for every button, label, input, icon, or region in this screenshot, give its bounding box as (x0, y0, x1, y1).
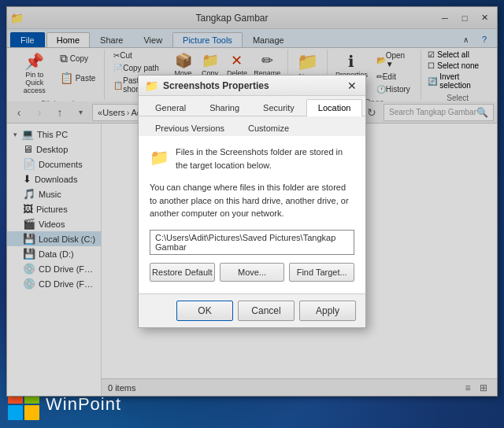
dialog-description1: 📁 Files in the Screenshots folder are st… (150, 146, 354, 172)
dialog-close-button[interactable]: ✕ (345, 79, 359, 93)
dialog-tab-security[interactable]: Security (251, 99, 306, 116)
dialog-title-icon: 📁 (145, 79, 158, 92)
dialog-tab-sharing[interactable]: Sharing (198, 99, 251, 116)
desc1-text: Files in the Screenshots folder are stor… (176, 146, 354, 172)
dialog-tabs-row2: Previous Versions Customize (139, 116, 365, 136)
dialog-tab-location[interactable]: Location (306, 99, 363, 116)
apply-button[interactable]: Apply (299, 301, 356, 321)
dialog-action-buttons: Restore Default Move... Find Target... (150, 263, 354, 282)
properties-dialog: 📁 Screenshots Properties ✕ General Shari… (138, 75, 366, 328)
dialog-footer: OK Cancel Apply (139, 293, 365, 327)
winpoint-text: WinPoint (46, 394, 121, 415)
ok-button[interactable]: OK (176, 301, 233, 321)
dialog-title-bar: 📁 Screenshots Properties ✕ (139, 76, 365, 96)
folder-icon: 📁 (150, 146, 169, 169)
dialog-tabs: General Sharing Security Location (139, 96, 365, 116)
cancel-button[interactable]: Cancel (238, 301, 295, 321)
dialog-title-text: Screenshots Properties (163, 80, 345, 91)
dialog-body: 📁 Files in the Screenshots folder are st… (139, 136, 365, 293)
move-button[interactable]: Move... (220, 263, 285, 282)
dialog-path-value[interactable]: C:\Users\Adit\Pictures\Saved Pictures\Ta… (150, 230, 354, 255)
dialog-tab-previous-versions[interactable]: Previous Versions (143, 120, 236, 136)
restore-default-button[interactable]: Restore Default (150, 263, 215, 282)
explorer-window: 📁 Tangkap Gambar ─ □ ✕ File Home Share V… (6, 6, 498, 397)
desc2-text: You can change where files in this folde… (150, 183, 349, 218)
dialog-description2: You can change where files in this folde… (150, 181, 354, 220)
find-target-button[interactable]: Find Target... (289, 263, 354, 282)
dialog-tab-customize[interactable]: Customize (236, 120, 301, 136)
dialog-overlay: 📁 Screenshots Properties ✕ General Shari… (7, 7, 497, 396)
dialog-tab-general[interactable]: General (143, 99, 198, 116)
